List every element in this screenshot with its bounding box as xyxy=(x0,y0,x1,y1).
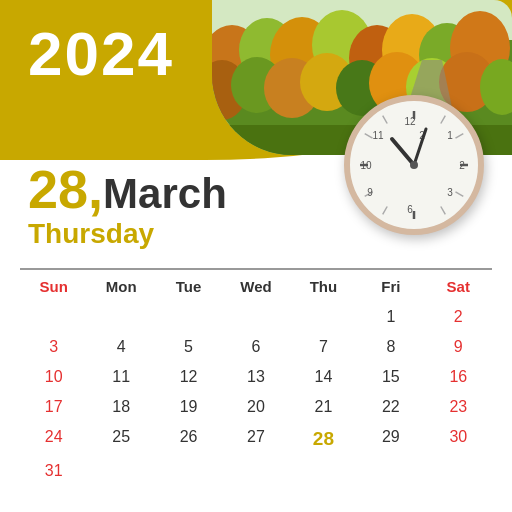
header-fri: Fri xyxy=(357,278,424,295)
svg-line-41 xyxy=(392,139,414,165)
calendar-cell: 10 xyxy=(20,363,87,391)
calendar-cell xyxy=(87,457,154,485)
calendar-cell: 17 xyxy=(20,393,87,421)
calendar-cell xyxy=(222,457,289,485)
calendar-cell xyxy=(20,303,87,331)
header-sun: Sun xyxy=(20,278,87,295)
calendar-cell xyxy=(425,457,492,485)
calendar-cell: 1 xyxy=(357,303,424,331)
calendar-cell: 22 xyxy=(357,393,424,421)
svg-line-31 xyxy=(383,116,388,124)
day-of-week: Thursday xyxy=(28,218,154,250)
svg-text:10: 10 xyxy=(360,160,372,171)
svg-text:12: 12 xyxy=(404,116,416,127)
calendar-cell xyxy=(155,457,222,485)
calendar-cell: 4 xyxy=(87,333,154,361)
divider xyxy=(20,268,492,270)
calendar-cell: 11 xyxy=(87,363,154,391)
clock-face: 12 1 2 3 6 9 10 11 2 xyxy=(344,95,484,235)
svg-text:1: 1 xyxy=(447,130,453,141)
calendar-cell: 12 xyxy=(155,363,222,391)
calendar-cell xyxy=(290,303,357,331)
calendar-cell: 16 xyxy=(425,363,492,391)
header-wed: Wed xyxy=(222,278,289,295)
clock-wrapper: 12 1 2 3 6 9 10 11 2 xyxy=(344,95,484,235)
calendar-cell xyxy=(155,303,222,331)
calendar-cell: 8 xyxy=(357,333,424,361)
header-sat: Sat xyxy=(425,278,492,295)
calendar-cell xyxy=(290,457,357,485)
svg-text:6: 6 xyxy=(407,204,413,215)
date-month: March xyxy=(103,170,227,218)
svg-point-43 xyxy=(410,161,418,169)
svg-text:9: 9 xyxy=(367,187,373,198)
calendar-cell: 27 xyxy=(222,423,289,455)
header-mon: Mon xyxy=(87,278,154,295)
calendar-cell xyxy=(357,457,424,485)
calendar-cell: 7 xyxy=(290,333,357,361)
svg-text:3: 3 xyxy=(447,187,453,198)
calendar-cell xyxy=(222,303,289,331)
calendar-cell: 18 xyxy=(87,393,154,421)
calendar-cell: 5 xyxy=(155,333,222,361)
calendar-page: 2024 28, March Thursday Sun Mon Tue Wed … xyxy=(0,0,512,512)
calendar-cell: 2 xyxy=(425,303,492,331)
calendar-cell xyxy=(87,303,154,331)
calendar-cell: 26 xyxy=(155,423,222,455)
svg-line-30 xyxy=(365,134,373,139)
clock-svg: 12 1 2 3 6 9 10 11 2 xyxy=(350,101,478,229)
calendar-cell: 3 xyxy=(20,333,87,361)
svg-line-27 xyxy=(441,207,446,215)
svg-text:11: 11 xyxy=(372,130,384,141)
calendar-cell: 24 xyxy=(20,423,87,455)
year-label: 2024 xyxy=(28,18,174,89)
calendar-header: Sun Mon Tue Wed Thu Fri Sat xyxy=(20,272,492,299)
header-tue: Tue xyxy=(155,278,222,295)
svg-line-24 xyxy=(441,116,446,124)
calendar-cell: 19 xyxy=(155,393,222,421)
calendar-cell: 6 xyxy=(222,333,289,361)
calendar-cell: 31 xyxy=(20,457,87,485)
calendar-cell: 21 xyxy=(290,393,357,421)
svg-text:2: 2 xyxy=(459,160,465,171)
calendar-body: 1234567891011121314151617181920212223242… xyxy=(20,303,492,485)
calendar-grid: Sun Mon Tue Wed Thu Fri Sat 123456789101… xyxy=(20,272,492,485)
calendar-cell: 23 xyxy=(425,393,492,421)
svg-line-26 xyxy=(456,192,464,197)
calendar-cell: 13 xyxy=(222,363,289,391)
date-row: 28, March xyxy=(28,158,227,220)
svg-line-25 xyxy=(456,134,464,139)
calendar-cell: 28 xyxy=(290,423,357,455)
calendar-cell: 15 xyxy=(357,363,424,391)
calendar-cell: 30 xyxy=(425,423,492,455)
calendar-cell: 25 xyxy=(87,423,154,455)
calendar-cell: 9 xyxy=(425,333,492,361)
date-day: 28, xyxy=(28,158,103,220)
svg-line-28 xyxy=(383,207,388,215)
calendar-cell: 20 xyxy=(222,393,289,421)
calendar-cell: 14 xyxy=(290,363,357,391)
calendar-cell: 29 xyxy=(357,423,424,455)
header-thu: Thu xyxy=(290,278,357,295)
